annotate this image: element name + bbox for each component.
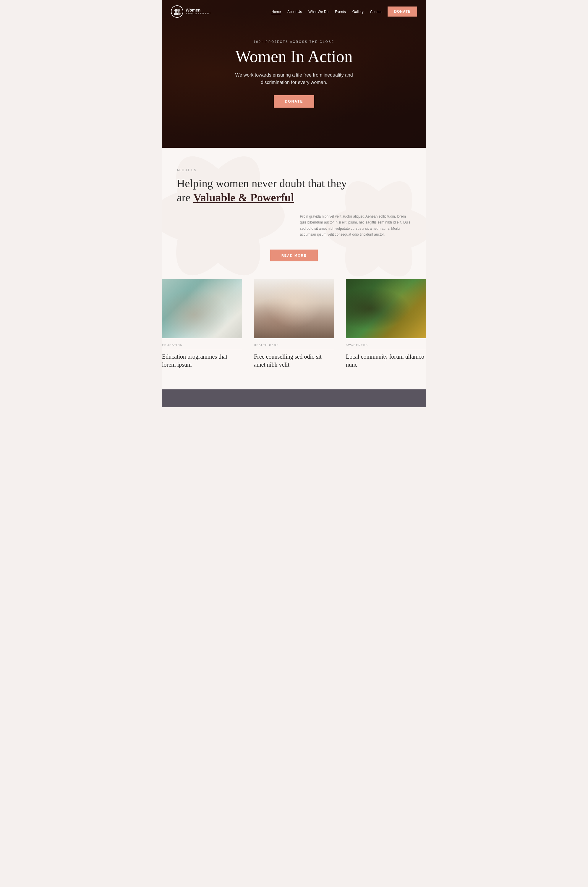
card-image-0	[162, 279, 242, 338]
nav-link-home[interactable]: Home	[272, 10, 281, 14]
card-1: HEALTH CARE Free counselling sed odio si…	[251, 279, 337, 378]
logo-title: Women	[186, 8, 212, 12]
nav-link-whatwedo[interactable]: What We Do	[308, 10, 328, 14]
nav-link-about[interactable]: About Us	[287, 10, 302, 14]
nav-item-events[interactable]: Events	[335, 9, 346, 14]
nav-item-whatwedo[interactable]: What We Do	[308, 9, 328, 14]
card-image-2	[346, 279, 426, 338]
card-divider-2	[346, 349, 426, 349]
about-read-more: READ MORE	[177, 249, 411, 261]
card-category-0: EDUCATION	[162, 344, 242, 347]
card-divider-1	[254, 349, 334, 349]
about-body: Proin gravida nibh vel velit auctor aliq…	[177, 213, 411, 238]
card-category-2: AWARENESS	[346, 344, 426, 347]
hero-subtitle: We work towards ensuring a life free fro…	[223, 71, 365, 86]
logo-icon	[171, 5, 183, 18]
about-section: ABOUT US Helping women never doubt that …	[162, 148, 426, 279]
nav-item-home[interactable]: Home	[272, 9, 281, 14]
card-image-1	[254, 279, 334, 338]
logo-sub: EMPOWERMENT	[186, 12, 212, 15]
navbar: Women EMPOWERMENT Home About Us What We …	[162, 0, 426, 23]
hero-section: Women EMPOWERMENT Home About Us What We …	[162, 0, 426, 148]
hero-donate-button[interactable]: DONATE	[274, 95, 315, 108]
about-title: Helping women never doubt that they are …	[177, 177, 360, 205]
nav-donate-button[interactable]: DONATE	[388, 6, 417, 17]
svg-point-0	[174, 9, 177, 12]
card-title-1: Free counselling sed odio sit amet nibh …	[254, 353, 334, 369]
nav-link-gallery[interactable]: Gallery	[352, 10, 364, 14]
footer	[162, 389, 426, 407]
card-title-2: Local community forum ullamco nunc	[346, 353, 426, 369]
card-2: AWARENESS Local community forum ullamco …	[343, 279, 426, 378]
hero-content: 100+ PROJECTS ACROSS THE GLOBE Women In …	[217, 40, 371, 108]
about-text: Proin gravida nibh vel velit auctor aliq…	[300, 213, 411, 238]
about-eyebrow: ABOUT US	[177, 168, 411, 172]
hero-title: Women In Action	[223, 48, 365, 66]
nav-link-contact[interactable]: Contact	[370, 10, 382, 14]
logo[interactable]: Women EMPOWERMENT	[171, 5, 212, 18]
logo-text: Women EMPOWERMENT	[186, 8, 212, 15]
card-category-1: HEALTH CARE	[254, 344, 334, 347]
about-title-strong: Valuable & Powerful	[194, 191, 294, 204]
card-0: EDUCATION Education programmes that lore…	[162, 279, 245, 378]
nav-links: Home About Us What We Do Events Gallery …	[272, 9, 382, 14]
svg-point-3	[177, 12, 181, 15]
nav-item-about[interactable]: About Us	[287, 9, 302, 14]
card-title-0: Education programmes that lorem ipsum	[162, 353, 242, 369]
svg-point-2	[177, 9, 180, 12]
card-divider-0	[162, 349, 242, 349]
nav-item-gallery[interactable]: Gallery	[352, 9, 364, 14]
nav-item-contact[interactable]: Contact	[370, 9, 382, 14]
read-more-button[interactable]: READ MORE	[270, 249, 318, 261]
cards-section: EDUCATION Education programmes that lore…	[162, 279, 426, 389]
hero-eyebrow: 100+ PROJECTS ACROSS THE GLOBE	[223, 40, 365, 44]
nav-link-events[interactable]: Events	[335, 10, 346, 14]
